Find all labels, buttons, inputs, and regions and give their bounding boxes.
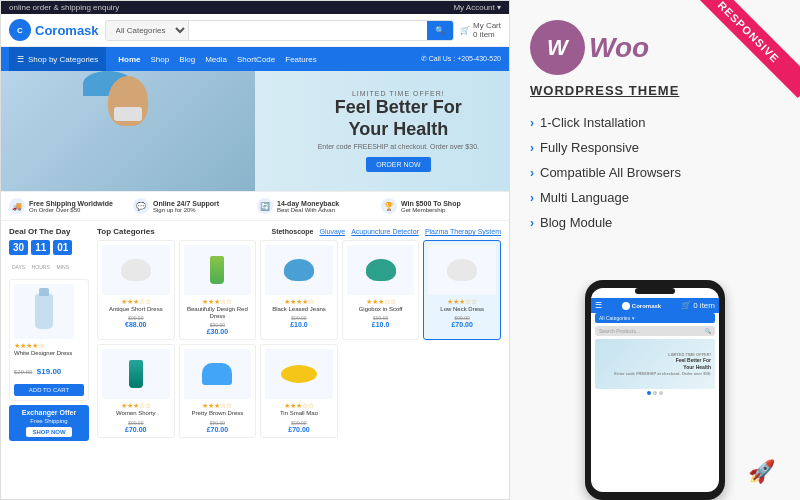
website-preview: online order & shipping enquiry My Accou…: [0, 0, 510, 500]
product-rating: ★★★☆☆: [265, 402, 333, 410]
search-button[interactable]: 🔍: [427, 21, 453, 40]
feature-support-text: Online 24/7 Support Sign up for 20%: [153, 200, 219, 213]
list-item[interactable]: ★★★☆☆ Women Shorty $90.00 £70.00: [97, 344, 175, 437]
chevron-icon-2: ›: [530, 141, 534, 155]
mobile-preview: ☰ Coromask 🛒 0 item All Categories ▾ Sea…: [510, 280, 800, 500]
tab-stethoscope[interactable]: Stethoscope: [271, 228, 313, 235]
product-price: £70.00: [265, 426, 333, 433]
deal-product-name: White Designer Dress: [14, 350, 84, 358]
list-item[interactable]: ★★★★☆ Black Leased Jeans $90.00 £10.0: [260, 240, 338, 340]
list-item[interactable]: ★★★☆☆ Beautifully Design Red Dress $90.0…: [179, 240, 257, 340]
list-item[interactable]: ★★★☆☆ Antique Short Dress $90.00 €88.00: [97, 240, 175, 340]
person-head: [108, 76, 148, 126]
product-name: Low Neck Dress: [428, 306, 496, 313]
product-name: Antique Short Dress: [102, 306, 170, 313]
feature-item-5: › Blog Module: [530, 210, 780, 235]
phone-search-icon: 🔍: [705, 328, 711, 334]
feature-item-4: › Multi Language: [530, 185, 780, 210]
product-rating: ★★★☆☆: [184, 298, 252, 306]
nav-links: Home Shop Blog Media ShortCode Features: [118, 55, 317, 64]
phone-logo-icon: [622, 302, 630, 310]
nav-phone: ✆ Call Us : +205-430-520: [421, 55, 501, 63]
cart-icon: 🛒: [460, 26, 470, 35]
product-image: [184, 349, 252, 399]
cart-area: 🛒 My Cart 0 item: [460, 21, 501, 39]
list-item[interactable]: ★★★☆☆ Tin Small Mao $90.00 £70.00: [260, 344, 338, 437]
nav-features[interactable]: Features: [285, 55, 317, 64]
product-name: Pretty Brown Dress: [184, 410, 252, 417]
hero-content: LIMITED TIME OFFER! Feel Better For Your…: [318, 90, 479, 172]
category-tabs: Stethoscope Gluvaye Acupuncture Detector…: [271, 228, 501, 235]
product-name: Gigobox in Scoff: [347, 306, 415, 313]
products-header: Top Categories Stethoscope Gluvaye Acupu…: [97, 227, 501, 236]
shipping-icon: 🚚: [9, 198, 25, 214]
feature-shipping: 🚚 Free Shipping Worldwide On Order Over …: [9, 198, 129, 214]
nav-blog[interactable]: Blog: [179, 55, 195, 64]
phone-search: Search Products... 🔍: [595, 326, 715, 336]
phone-dots: [591, 391, 719, 395]
hero-order-btn[interactable]: ORDER NOW: [366, 157, 430, 172]
search-input[interactable]: [189, 21, 427, 40]
features-bar: 🚚 Free Shipping Worldwide On Order Over …: [1, 191, 509, 221]
phone-menu-icon: ☰: [595, 301, 602, 310]
phone-hero-text: LIMITED TIME OFFER! Feel Better ForYour …: [614, 352, 711, 376]
add-to-cart-button[interactable]: ADD TO CART: [14, 384, 84, 396]
category-select[interactable]: All Categories: [106, 21, 189, 40]
deal-product-image: [14, 284, 74, 339]
product-rating: ★★★☆☆: [102, 402, 170, 410]
deal-sidebar: Deal Of The Day 30 DAYS 11 HOURS 01 MINS: [9, 227, 89, 441]
product-rating: ★★★☆☆: [184, 402, 252, 410]
tab-plazma[interactable]: Plazma Therapy System: [425, 228, 501, 235]
tab-acupuncture[interactable]: Acupuncture Detector: [351, 228, 419, 235]
product-price: £10.0: [265, 321, 333, 328]
logo-icon: C: [9, 19, 31, 41]
hero-section: LIMITED TIME OFFER! Feel Better For Your…: [1, 71, 509, 191]
products-area: Top Categories Stethoscope Gluvaye Acupu…: [97, 227, 501, 441]
dot-3: [659, 391, 663, 395]
phone-category-select: All Categories ▾: [595, 313, 715, 323]
deal-rating: ★★★★☆: [14, 342, 84, 350]
product-rating: ★★★☆☆: [347, 298, 415, 306]
woo-circle-icon: W: [530, 20, 585, 75]
feature-moneyback-text: 14-day Moneyback Best Deal With Advan: [277, 200, 339, 213]
feature-item-1: › 1-Click Installation: [530, 110, 780, 135]
list-item[interactable]: ★★★☆☆ Gigobox in Scoff $90.00 £10.0: [342, 240, 420, 340]
chevron-icon-3: ›: [530, 166, 534, 180]
product-image: [184, 245, 252, 295]
product-image: [265, 349, 333, 399]
hero-subtitle: Enter code FREESHIP at checkout. Order o…: [318, 143, 479, 150]
main-content: Deal Of The Day 30 DAYS 11 HOURS 01 MINS: [1, 221, 509, 447]
product-name: Women Shorty: [102, 410, 170, 417]
phone-hero: LIMITED TIME OFFER! Feel Better ForYour …: [595, 339, 715, 389]
nav-shortcode[interactable]: ShortCode: [237, 55, 275, 64]
nav-shop[interactable]: Shop: [151, 55, 170, 64]
tab-gluvaye[interactable]: Gluvaye: [319, 228, 345, 235]
phone-cart-icon: 🛒 0 item: [681, 301, 715, 310]
woo-text: Woo: [589, 32, 649, 64]
list-item[interactable]: ★★★☆☆ Low Neck Dress $90.00 £70.00: [423, 240, 501, 340]
product-price: £30.00: [184, 328, 252, 335]
product-image: [265, 245, 333, 295]
feature-label-5: Blog Module: [540, 215, 612, 230]
product-rating: ★★★★☆: [265, 298, 333, 306]
nav-categories[interactable]: ☰ Shop by Categories: [9, 47, 106, 71]
timer-hours: 11 HOURS: [31, 240, 50, 273]
wp-theme-label: WORDPRESS THEME: [530, 83, 780, 98]
product-price: €88.00: [102, 321, 170, 328]
top-bar-right: My Account ▾: [453, 3, 501, 12]
search-bar[interactable]: All Categories 🔍: [105, 20, 454, 41]
list-item[interactable]: ★★★☆☆ Pretty Brown Dress $90.00 £70.00: [179, 344, 257, 437]
nav-bar: ☰ Shop by Categories Home Shop Blog Medi…: [1, 47, 509, 71]
dot-1: [647, 391, 651, 395]
deal-prices: $29.00 $19.00: [14, 360, 84, 378]
feature-label-2: Fully Responsive: [540, 140, 639, 155]
dot-2: [653, 391, 657, 395]
cart-info: My Cart 0 item: [473, 21, 501, 39]
product-price: £70.00: [102, 426, 170, 433]
nav-media[interactable]: Media: [205, 55, 227, 64]
product-price: £70.00: [184, 426, 252, 433]
shop-now-btn[interactable]: SHOP NOW: [26, 427, 71, 437]
hero-title: Feel Better For Your Health: [318, 97, 479, 140]
phone-nav: ☰ Coromask 🛒 0 item: [591, 298, 719, 313]
nav-home[interactable]: Home: [118, 55, 140, 64]
